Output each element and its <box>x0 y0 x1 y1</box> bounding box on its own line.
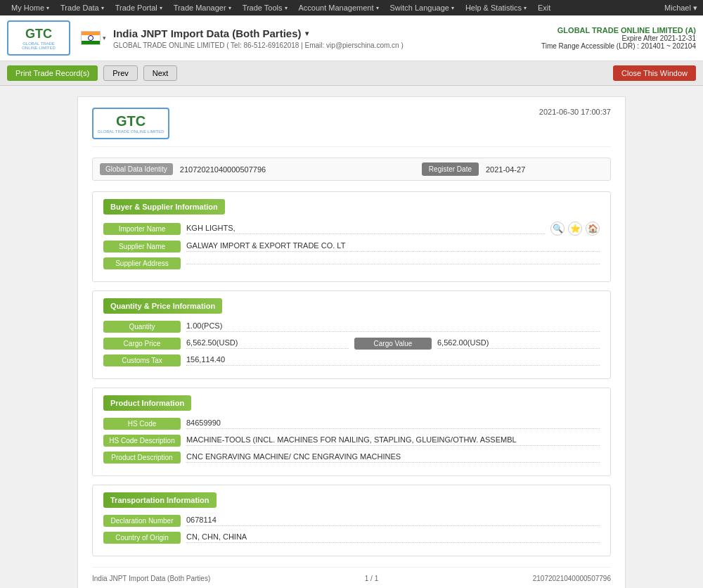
supplier-name-row: Supplier Name GALWAY IMPORT & EXPORT TRA… <box>103 241 600 253</box>
global-data-identity-value: 21072021040000507796 <box>180 165 415 174</box>
flag-white-stripe <box>82 35 100 41</box>
card-header: GTC GLOBAL TRADE ONLINE LIMITED 2021-06-… <box>92 108 611 147</box>
record-card: GTC GLOBAL TRADE ONLINE LIMITED 2021-06-… <box>77 96 626 588</box>
nav-my-home[interactable]: My Home ▾ <box>6 1 55 14</box>
hs-code-description-row: HS Code Description MACHINE-TOOLS (INCL.… <box>103 435 600 447</box>
header-right-info: GLOBAL TRADE ONLINE LIMITED (A) Expire A… <box>541 26 696 50</box>
country-of-origin-row: Country of Origin CN, CHN, CHINA <box>103 532 600 544</box>
flag-container: ▾ <box>81 31 106 45</box>
right-company-name: GLOBAL TRADE ONLINE LIMITED (A) <box>541 26 696 34</box>
supplier-address-row: Supplier Address <box>103 257 600 269</box>
time-range-info: Time Range Accessible (LDR) : 201401 ~ 2… <box>541 42 696 50</box>
home-icon[interactable]: 🏠 <box>586 222 600 236</box>
nav-trade-data[interactable]: Trade Data ▾ <box>55 1 110 14</box>
chevron-icon: ▾ <box>376 5 379 11</box>
importer-name-label: Importer Name <box>103 223 181 235</box>
footer-right: 21072021040000507796 <box>533 575 611 582</box>
importer-name-row: Importer Name KGH LIGHTS, 🔍 ⭐ 🏠 <box>103 222 600 236</box>
search-icon[interactable]: 🔍 <box>550 222 565 236</box>
nav-trade-portal[interactable]: Trade Portal ▾ <box>110 1 168 14</box>
quantity-label: Quantity <box>103 321 181 333</box>
quantity-row: Quantity 1.00(PCS) <box>103 321 600 333</box>
hs-code-label: HS Code <box>103 418 181 430</box>
card-footer: India JNPT Import Data (Both Parties) 1 … <box>92 567 611 582</box>
cargo-price-group: Cargo Price 6,562.50(USD) <box>103 338 349 350</box>
card-logo-gtc: GTC <box>116 113 146 129</box>
header-bar: GTC GLOBAL TRADEONLINE LIMITED ▾ India J… <box>0 15 703 61</box>
product-header: Product Information <box>103 395 191 411</box>
customs-tax-value: 156,114.40 <box>186 355 600 366</box>
card-date: 2021-06-30 17:00:37 <box>539 108 611 116</box>
supplier-name-label: Supplier Name <box>103 241 181 253</box>
data-identity-row: Global Data Identity 2107202104000050779… <box>92 158 611 181</box>
close-window-button[interactable]: Close This Window <box>613 65 696 81</box>
prev-button[interactable]: Prev <box>103 65 138 81</box>
cargo-value-label: Cargo Value <box>354 338 432 350</box>
main-content: GTC GLOBAL TRADE ONLINE LIMITED 2021-06-… <box>0 86 703 588</box>
nav-trade-manager[interactable]: Trade Manager ▾ <box>168 1 237 14</box>
product-section: Product Information HS Code 84659990 HS … <box>92 388 611 476</box>
customs-tax-label: Customs Tax <box>103 354 181 366</box>
declaration-number-label: Declaration Number <box>103 515 181 527</box>
product-description-label: Product Description <box>103 452 181 464</box>
transportation-section: Transportation Information Declaration N… <box>92 485 611 556</box>
action-icons: 🔍 ⭐ 🏠 <box>550 222 600 236</box>
supplier-address-label: Supplier Address <box>103 257 181 269</box>
company-logo: GTC GLOBAL TRADEONLINE LIMITED <box>7 20 70 56</box>
chevron-icon: ▾ <box>46 5 49 11</box>
nav-help-statistics[interactable]: Help & Statistics ▾ <box>460 1 532 14</box>
flag-green-stripe <box>82 41 100 44</box>
hs-code-description-value: MACHINE-TOOLS (INCL. MACHINES FOR NAILIN… <box>186 435 600 446</box>
nav-account-management[interactable]: Account Management ▾ <box>293 1 385 14</box>
hs-code-description-label: HS Code Description <box>103 435 181 447</box>
global-data-identity-label: Global Data Identity <box>100 163 173 175</box>
india-flag <box>81 31 101 45</box>
header-contact: GLOBAL TRADE ONLINE LIMITED ( Tel: 86-51… <box>113 41 541 49</box>
card-logo-sub: GLOBAL TRADE ONLINE LIMITED <box>97 129 164 134</box>
hs-code-value: 84659990 <box>186 418 600 429</box>
quantity-price-header: Quantity & Price Information <box>103 298 222 314</box>
hs-code-row: HS Code 84659990 <box>103 418 600 430</box>
top-toolbar: Print Trade Record(s) Prev Next Close Th… <box>0 61 703 86</box>
cargo-price-label: Cargo Price <box>103 338 181 350</box>
chevron-icon: ▾ <box>451 5 454 11</box>
nav-exit[interactable]: Exit <box>532 1 556 14</box>
logo-gtc-text: GTC <box>25 27 52 41</box>
supplier-name-value: GALWAY IMPORT & EXPORT TRADE CO. LT <box>186 241 600 252</box>
print-button[interactable]: Print Trade Record(s) <box>7 65 98 81</box>
logo-sub-text: GLOBAL TRADEONLINE LIMITED <box>22 41 56 50</box>
nav-items: My Home ▾ Trade Data ▾ Trade Portal ▾ Tr… <box>6 1 556 14</box>
nav-trade-tools[interactable]: Trade Tools ▾ <box>237 1 293 14</box>
register-date-button[interactable]: Register Date <box>422 162 479 176</box>
declaration-number-value: 0678114 <box>186 516 600 526</box>
customs-tax-row: Customs Tax 156,114.40 <box>103 354 600 366</box>
nav-switch-language[interactable]: Switch Language ▾ <box>385 1 460 14</box>
flag-dropdown[interactable]: ▾ <box>103 34 106 41</box>
importer-name-value: KGH LIGHTS, <box>186 224 545 234</box>
country-of-origin-label: Country of Origin <box>103 532 181 544</box>
flag-chakra <box>88 35 93 41</box>
register-date-value: 2021-04-27 <box>486 165 603 174</box>
country-of-origin-value: CN, CHN, CHINA <box>186 532 600 543</box>
chevron-icon: ▾ <box>285 5 288 11</box>
chevron-icon: ▾ <box>101 5 104 11</box>
star-icon[interactable]: ⭐ <box>568 222 582 236</box>
chevron-icon: ▾ <box>524 5 527 11</box>
footer-center: 1 / 1 <box>365 575 378 582</box>
title-dropdown-icon[interactable]: ▾ <box>305 30 309 37</box>
quantity-value: 1.00(PCS) <box>186 321 600 332</box>
buyer-supplier-header: Buyer & Supplier Information <box>103 199 225 215</box>
declaration-number-row: Declaration Number 0678114 <box>103 515 600 527</box>
chevron-icon: ▾ <box>160 5 162 11</box>
user-info: Michael ▾ <box>664 4 697 13</box>
logo-area: GTC GLOBAL TRADEONLINE LIMITED <box>7 20 70 56</box>
header-center: India JNPT Import Data (Both Parties) ▾ … <box>113 27 541 49</box>
transportation-header: Transportation Information <box>103 492 217 508</box>
cargo-value-group: Cargo Value 6,562.00(USD) <box>354 338 600 350</box>
expire-info: Expire After 2021-12-31 <box>541 34 696 42</box>
next-button[interactable]: Next <box>143 65 178 81</box>
cargo-row: Cargo Price 6,562.50(USD) Cargo Value 6,… <box>103 338 600 350</box>
top-navigation: My Home ▾ Trade Data ▾ Trade Portal ▾ Tr… <box>0 0 703 15</box>
product-description-row: Product Description CNC ENGRAVING MACHIN… <box>103 452 600 464</box>
supplier-address-value <box>186 262 600 264</box>
